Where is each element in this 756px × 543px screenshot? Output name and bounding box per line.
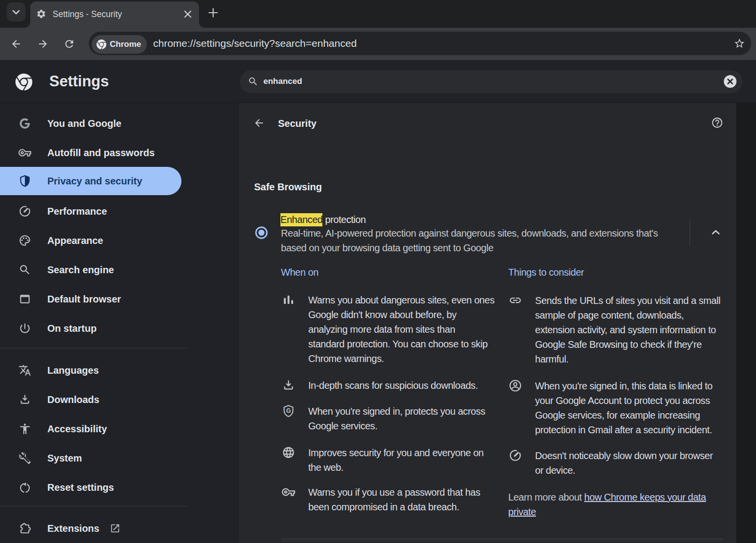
svg-text:G: G bbox=[286, 407, 291, 414]
